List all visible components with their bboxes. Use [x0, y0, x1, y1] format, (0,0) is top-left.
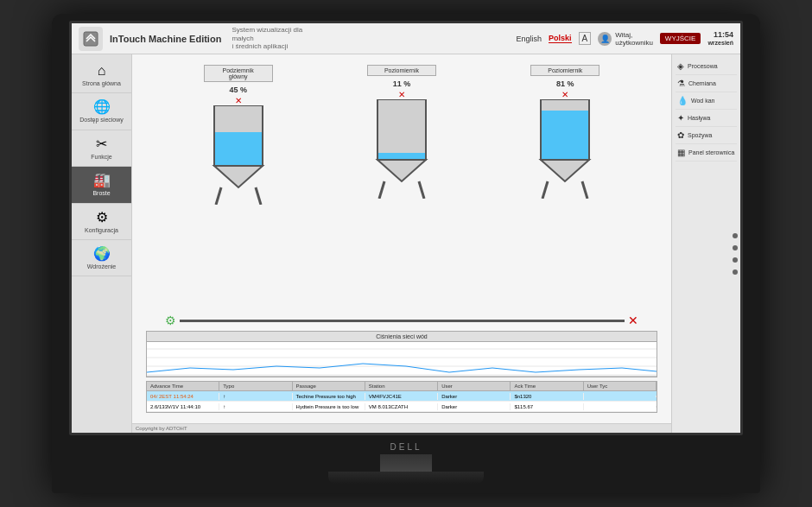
functions-icon: ✂: [96, 136, 107, 152]
welcome-label: Witaj,: [615, 31, 653, 39]
monitor-btn-3[interactable]: [733, 257, 738, 263]
alarm-2-type: ↑: [219, 403, 292, 410]
tanks-area: Podziemnik główny 45 % ✕: [139, 61, 664, 322]
svg-marker-8: [377, 160, 426, 181]
sidebar-label-network: Dostęp sieciowy: [79, 117, 124, 124]
chemiana-icon: ⚗: [677, 79, 685, 88]
alarm-2-ack-time: $115.67: [511, 403, 583, 410]
monitor-brand: DELL: [390, 442, 422, 452]
monitor-bezel: DELL: [69, 439, 743, 454]
alarm-row-2[interactable]: 2.6/133V/1V 11:44:10 ↑ Hydtein Pressure …: [147, 402, 657, 412]
alarm-2-user-tyc: [584, 406, 657, 408]
tank-2: Poziomiernik 11 % ✕: [367, 65, 436, 199]
factory-icon: 🏭: [93, 172, 111, 188]
tank-2-svg: [371, 99, 433, 199]
globe-icon: 🌍: [93, 245, 111, 262]
alarm-table-header: Advance Time Typo Passage Station User A…: [147, 382, 657, 391]
user-avatar: 👤: [598, 32, 612, 46]
alarm-1-station: VM4FVJC41E: [365, 393, 438, 400]
tank-1-percent: 45 %: [229, 86, 247, 94]
tank-2-valve-top: ✕: [398, 90, 405, 99]
config-icon: ⚙: [96, 209, 108, 225]
svg-line-15: [582, 181, 587, 199]
language-nav: English Polski A: [517, 32, 592, 45]
svg-line-9: [379, 181, 384, 199]
tank-1-valve-top: ✕: [235, 96, 242, 105]
svg-rect-2: [215, 132, 262, 165]
tank-2-percent: 11 %: [393, 79, 411, 88]
monitor-btn-4[interactable]: [733, 269, 738, 275]
col-ack-time: Ack Time: [511, 382, 583, 390]
chart-canvas: [147, 342, 657, 377]
svg-marker-3: [214, 166, 263, 187]
app-title: InTouch Machine Edition: [110, 34, 221, 44]
right-nav-spozycza-label: Spożywa: [688, 132, 712, 138]
clock: 11:54 wrzesień: [707, 30, 733, 47]
pipe-h-1: [180, 320, 625, 322]
right-nav-spozycza[interactable]: ✿ Spożywa: [676, 127, 737, 144]
alarm-1-type: ↑: [219, 393, 292, 400]
sidebar-label-functions: Funkcje: [91, 154, 112, 161]
svg-line-4: [216, 187, 221, 205]
lang-polski[interactable]: Polski: [549, 34, 572, 43]
time-display: 11:54: [707, 30, 733, 40]
monitor-btn-1[interactable]: [733, 233, 738, 238]
sidebar-item-home[interactable]: ⌂ Strona główna: [72, 58, 131, 93]
header: InTouch Machine Edition System wizualiza…: [72, 23, 740, 54]
sidebar-item-functions[interactable]: ✂ Funkcje: [72, 130, 131, 167]
logout-button[interactable]: WYJŚCIE: [660, 33, 701, 44]
procesowa-icon: ◈: [677, 61, 684, 71]
alarm-1-time: 04/ 2EST 11:54:24: [147, 393, 219, 400]
col-station: Station: [365, 382, 438, 390]
alarm-row-1[interactable]: 04/ 2EST 11:54:24 ↑ Techine Pressure too…: [147, 391, 657, 402]
alarm-1-user-tyc: [584, 396, 657, 397]
alarm-1-ack-time: $n1320: [511, 393, 583, 400]
sidebar-item-config[interactable]: ⚙ Konfiguracja: [72, 204, 131, 240]
tank-3-label: Poziomiernik: [530, 65, 599, 76]
monitor-stand-base: [328, 472, 484, 484]
col-typo: Typo: [219, 382, 292, 390]
screen: InTouch Machine Edition System wizualiza…: [69, 21, 743, 435]
monitor-buttons: [733, 233, 738, 275]
sidebar-item-broste[interactable]: 🏭 Broste: [72, 167, 131, 203]
sidebar-left: ⌂ Strona główna 🌐 Dostęp sieciowy ✂ Funk…: [72, 54, 132, 433]
tank-1-label: Podziemnik główny: [204, 65, 273, 82]
username-label: użytkowniku: [615, 39, 653, 47]
tank-3: Poziomiernik 81 % ✕: [530, 65, 599, 199]
chart-title: Ciśnienia sieci wód: [147, 332, 657, 342]
sidebar-right: ◈ Procesowa ⚗ Chemiana 💧 Wod kan ✦ Hasły…: [671, 54, 740, 433]
monitor: InTouch Machine Edition System wizualiza…: [52, 14, 760, 493]
monitor-btn-2[interactable]: [733, 245, 738, 250]
user-info: 👤 Witaj, użytkowniku: [598, 31, 653, 47]
right-nav-panel-label: Panel sterownica: [688, 149, 734, 155]
chart-svg: [147, 342, 657, 377]
tank-3-svg: [534, 99, 596, 199]
process-view: Podziemnik główny 45 % ✕: [132, 54, 671, 423]
right-nav-procesowa[interactable]: ◈ Procesowa: [676, 58, 737, 75]
main-area: ⌂ Strona główna 🌐 Dostęp sieciowy ✂ Funk…: [72, 54, 740, 433]
col-passage: Passage: [293, 382, 365, 390]
app-logo: [79, 27, 103, 51]
lang-english[interactable]: English: [517, 35, 542, 43]
right-nav-wodkan[interactable]: 💧 Wod kan: [676, 92, 737, 110]
sidebar-item-network[interactable]: 🌐 Dostęp sieciowy: [72, 93, 131, 130]
panel-icon: ▦: [677, 148, 685, 157]
right-nav-chemiana-label: Chemiana: [688, 80, 716, 86]
right-nav-procesowa-label: Procesowa: [688, 63, 718, 69]
alarm-1-passage: Techine Pressure too high: [293, 393, 365, 400]
sidebar-item-deployment[interactable]: 🌍 Wdrożenie: [72, 240, 131, 276]
sidebar-label-deployment: Wdrożenie: [87, 263, 116, 270]
col-user: User: [438, 382, 511, 390]
sidebar-label-broste: Broste: [92, 190, 110, 197]
right-nav-panel[interactable]: ▦ Panel sterownica: [676, 144, 737, 162]
svg-rect-6: [377, 99, 426, 160]
alarm-1-user: Darker: [438, 393, 511, 400]
date-display: wrzesień: [707, 40, 733, 47]
alarm-2-station: VM 8.013CZATH: [365, 403, 438, 410]
home-icon: ⌂: [98, 63, 106, 79]
right-nav-haslywa[interactable]: ✦ Hasływa: [676, 110, 737, 127]
right-nav-chemiana[interactable]: ⚗ Chemiana: [676, 75, 737, 92]
svg-rect-12: [542, 111, 588, 159]
haslywa-icon: ✦: [677, 113, 684, 123]
svg-line-5: [256, 187, 261, 205]
